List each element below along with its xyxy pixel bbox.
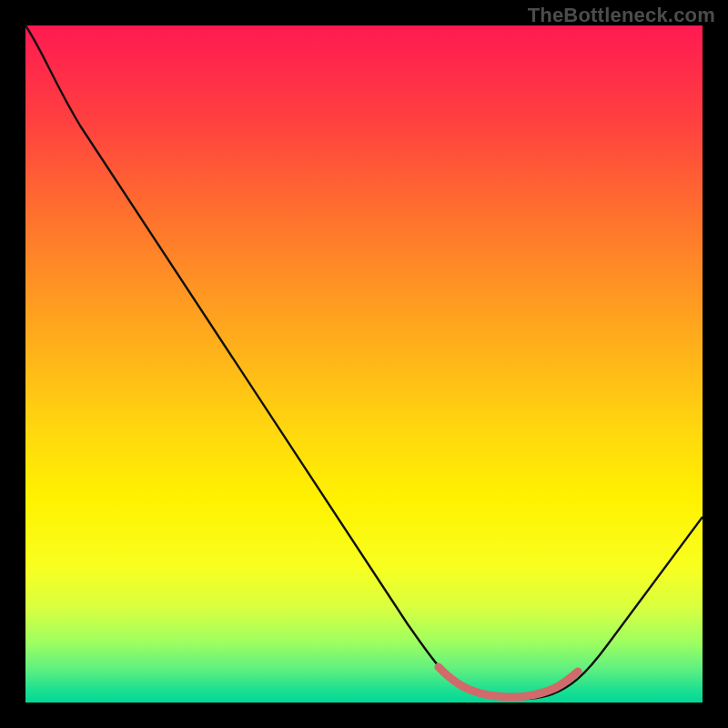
- watermark-label: TheBottleneck.com: [528, 4, 715, 27]
- curve-layer: [25, 25, 703, 703]
- bottleneck-curve: [25, 25, 703, 699]
- plot-area: [25, 25, 703, 703]
- chart-frame: TheBottleneck.com: [0, 0, 728, 728]
